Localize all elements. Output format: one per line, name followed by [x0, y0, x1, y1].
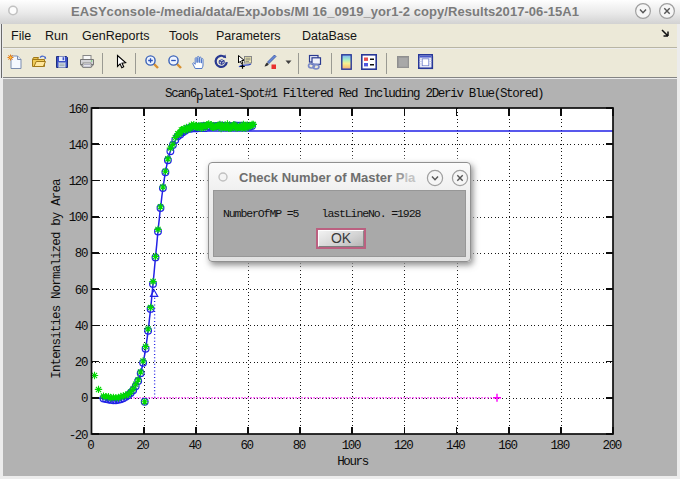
- svg-text:200: 200: [603, 439, 622, 453]
- svg-text:180: 180: [550, 439, 569, 453]
- svg-text:60: 60: [240, 439, 253, 453]
- svg-text:100: 100: [69, 211, 88, 225]
- svg-text:Scan6plate1-Spot#1 Filtered Re: Scan6plate1-Spot#1 Filtered Red Includin…: [165, 87, 543, 104]
- svg-text:Hours: Hours: [337, 455, 368, 469]
- svg-text:60: 60: [75, 284, 88, 298]
- svg-text:120: 120: [394, 439, 413, 453]
- svg-text:-20: -20: [69, 429, 88, 443]
- svg-text:40: 40: [75, 320, 88, 334]
- svg-text:80: 80: [75, 247, 88, 261]
- svg-text:20: 20: [136, 439, 149, 453]
- svg-text:0: 0: [81, 392, 88, 406]
- svg-text:140: 140: [446, 439, 465, 453]
- svg-text:0: 0: [87, 439, 94, 453]
- svg-text:Intensities Normalized by Area: Intensities Normalized by Area: [50, 178, 64, 379]
- svg-text:40: 40: [188, 439, 201, 453]
- svg-text:160: 160: [498, 439, 517, 453]
- svg-text:140: 140: [69, 139, 88, 153]
- svg-text:20: 20: [75, 356, 88, 370]
- svg-text:80: 80: [293, 439, 306, 453]
- svg-text:120: 120: [69, 175, 88, 189]
- svg-text:160: 160: [69, 103, 88, 117]
- svg-text:100: 100: [342, 439, 361, 453]
